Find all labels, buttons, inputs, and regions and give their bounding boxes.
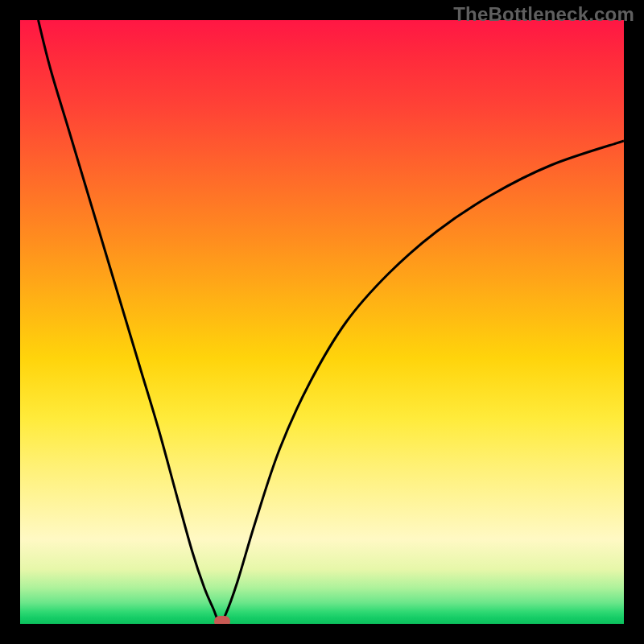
chart-frame: TheBottleneck.com [0, 0, 644, 644]
bottleneck-curve [20, 20, 624, 624]
plot-area [20, 20, 624, 624]
watermark-text: TheBottleneck.com [453, 3, 634, 26]
curve-path [39, 20, 625, 622]
optimal-marker [214, 616, 230, 624]
